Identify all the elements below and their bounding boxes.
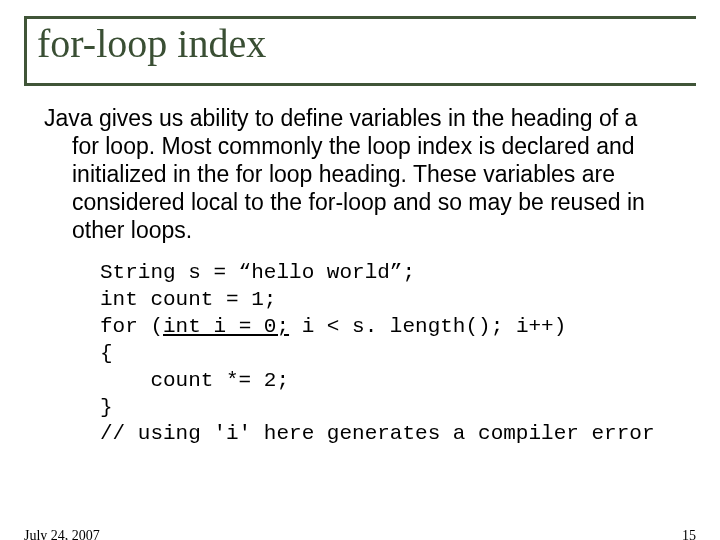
code-line-7: // using 'i' here generates a compiler e… — [100, 422, 655, 445]
code-line-2: int count = 1; — [100, 288, 276, 311]
body-paragraph: Java gives us ability to define variable… — [44, 104, 666, 244]
code-line-3a: for ( — [100, 315, 163, 338]
slide-body: Java gives us ability to define variable… — [44, 104, 666, 448]
slide: for-loop index Java gives us ability to … — [0, 16, 720, 540]
slide-title: for-loop index — [37, 19, 696, 65]
code-line-6: } — [100, 396, 113, 419]
code-line-1: String s = “hello world”; — [100, 261, 415, 284]
slide-footer: July 24, 2007 15 — [24, 528, 696, 540]
footer-page-number: 15 — [682, 528, 696, 540]
code-line-3b: i < s. length(); i++) — [289, 315, 566, 338]
code-line-5: count *= 2; — [100, 369, 289, 392]
code-block: String s = “hello world”; int count = 1;… — [100, 260, 666, 448]
code-line-4: { — [100, 342, 113, 365]
code-line-3-underlined: int i = 0; — [163, 315, 289, 338]
title-frame: for-loop index — [24, 16, 696, 86]
title-border: for-loop index — [24, 16, 696, 86]
footer-date: July 24, 2007 — [24, 528, 100, 540]
